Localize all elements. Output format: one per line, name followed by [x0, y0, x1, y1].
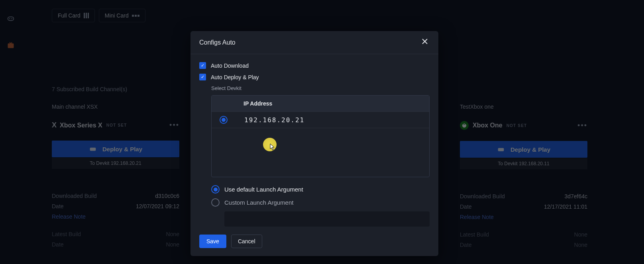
modal-title: Configs Auto — [199, 39, 236, 46]
auto-deploy-label: Auto Deploy & Play — [211, 74, 259, 80]
auto-download-row: ✓ Auto Download — [199, 62, 430, 69]
auto-download-checkbox[interactable]: ✓ — [199, 62, 206, 69]
modal-body: ✓ Auto Download ✓ Auto Deploy & Play Sel… — [190, 54, 438, 227]
modal-header: Configs Auto — [190, 31, 438, 54]
devkit-list: IP Address 192.168.20.21 — [211, 95, 430, 177]
save-button[interactable]: Save — [199, 235, 226, 248]
close-button[interactable] — [420, 37, 430, 48]
auto-download-label: Auto Download — [211, 63, 249, 69]
devkit-ip: 192.168.20.21 — [244, 116, 304, 124]
custom-arg-radio[interactable] — [211, 198, 220, 207]
select-devkit-label: Select Devkit — [211, 85, 430, 91]
auto-deploy-checkbox[interactable]: ✓ — [199, 74, 206, 80]
custom-arg-row: Custom Launch Argument — [211, 198, 430, 207]
cancel-button[interactable]: Cancel — [231, 235, 262, 248]
modal-footer: Save Cancel — [190, 227, 438, 248]
default-arg-radio[interactable] — [211, 185, 220, 194]
auto-deploy-row: ✓ Auto Deploy & Play — [199, 74, 430, 80]
default-arg-row: Use default Launch Argument — [211, 185, 430, 194]
configs-auto-modal: Configs Auto ✓ Auto Download ✓ Auto Depl… — [190, 31, 438, 256]
close-icon — [422, 38, 428, 45]
default-arg-label: Use default Launch Argument — [224, 186, 303, 193]
launch-argument-group: Use default Launch Argument Custom Launc… — [211, 185, 430, 227]
custom-arg-label: Custom Launch Argument — [224, 199, 293, 206]
custom-arg-input[interactable] — [224, 211, 430, 227]
devkit-row[interactable]: 192.168.20.21 — [212, 111, 429, 128]
devkit-radio[interactable] — [220, 116, 228, 124]
ip-address-header: IP Address — [212, 96, 429, 111]
